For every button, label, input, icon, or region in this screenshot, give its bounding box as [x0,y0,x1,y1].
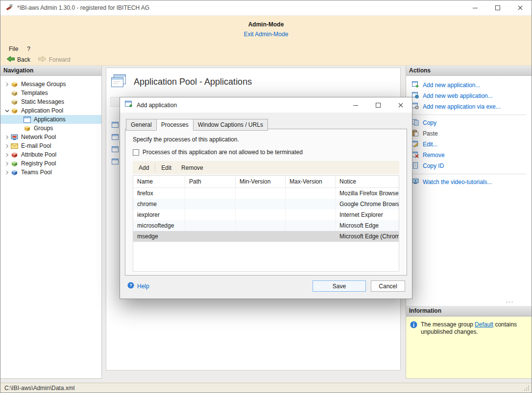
action-label: Add new application via exe... [423,103,501,110]
table-row-msedge-selected[interactable]: msedge Microsoft Edge (Chrom... [133,231,399,242]
column-header-name[interactable]: Name [133,176,185,187]
nav-item-templates[interactable]: Templates [0,89,101,97]
cell-notice: Google Chrome Browser [336,199,399,209]
checkbox-unchecked[interactable] [133,149,139,156]
nav-item-registry-pool[interactable]: Registry Pool [0,159,101,168]
table-row-firefox[interactable]: firefox Mozilla Firefox Browser [133,188,399,199]
cell-notice: Microsoft Edge [336,220,399,231]
application-row-icon [112,159,119,166]
copy-icon [412,119,419,127]
terminate-not-allowed-checkbox-row[interactable]: Processes of this application are not al… [133,149,407,156]
action-add-new-application-via-exe[interactable]: Add new application via exe... [406,101,532,112]
navigation-panel: Navigation Message Groups Templates Stat… [0,66,102,379]
cell-notice: Internet Explorer [336,209,399,220]
info-icon [410,321,417,330]
processes-description: Specify the processes of this applicatio… [125,129,407,143]
column-header-max-version[interactable]: Max-Version [286,176,336,187]
cell-min-version [236,199,286,209]
exit-admin-mode-link[interactable]: Exit Admin-Mode [244,31,289,38]
svg-text:?: ? [129,283,132,288]
table-row-microsoftedge[interactable]: microsoftedge Microsoft Edge [133,220,399,231]
nav-item-groups[interactable]: Groups [0,124,101,133]
chevron-down-icon[interactable] [3,109,11,113]
nav-item-email-pool[interactable]: E-mail Pool [0,141,101,150]
window-controls [464,0,532,15]
chevron-right-icon[interactable] [3,144,11,148]
cancel-button[interactable]: Cancel [371,280,405,292]
back-button[interactable]: Back [6,56,30,64]
actions-separator [411,115,527,115]
default-message-group-link[interactable]: Default [475,321,493,328]
tab-processes[interactable]: Processes [156,119,193,131]
nav-item-network-pool[interactable]: Network Pool [0,133,101,141]
forward-button[interactable]: Forward [38,56,71,64]
chevron-right-icon[interactable] [3,170,11,175]
title-bar: *IBI-aws Admin 1.30.0 - registered for I… [0,0,532,16]
action-copy-id[interactable]: Copy ID [406,161,532,171]
registry-pool-icon [11,160,20,167]
tab-general[interactable]: General [126,119,157,131]
chevron-placeholder [16,126,24,131]
table-row-iexplorer[interactable]: iexplorer Internet Explorer [133,209,399,220]
table-row-chrome[interactable]: chrome Google Chrome Browser [133,199,399,209]
network-pool-icon [11,134,20,140]
nav-item-teams-pool[interactable]: Teams Pool [0,168,101,177]
panel-splitter-handle[interactable]: ... [506,297,514,304]
column-header-path[interactable]: Path [185,176,236,187]
cell-path [185,220,236,231]
forward-arrow-icon [38,56,47,64]
nav-item-label: Static Messages [21,98,64,105]
chevron-right-icon[interactable] [3,82,11,87]
nav-item-static-messages[interactable]: Static Messages [0,97,101,106]
tab-window-captions-urls[interactable]: Window Captions / URLs [193,119,268,131]
nav-item-label: Templates [21,90,48,96]
chevron-placeholder [16,117,24,122]
resize-grip-icon[interactable] [523,385,530,391]
process-table-header-row: Name Path Min-Version Max-Version Notice [133,176,399,188]
cell-max-version [286,209,336,220]
action-edit[interactable]: Edit... [406,139,532,150]
video-tutorials-icon [412,178,419,186]
action-remove[interactable]: Remove [406,150,532,161]
chevron-right-icon[interactable] [3,135,11,139]
edit-process-button[interactable]: Edit [156,161,176,174]
help-link[interactable]: ? Help [127,282,149,290]
column-header-notice[interactable]: Notice [336,176,399,187]
remove-process-button[interactable]: Remove [176,161,208,174]
information-section: Information The message group Default co… [406,306,532,378]
chevron-right-icon[interactable] [3,162,11,166]
column-header-min-version[interactable]: Min-Version [236,176,286,187]
back-label: Back [17,56,30,63]
dialog-minimize-button[interactable] [344,97,367,113]
cell-name: chrome [133,199,185,209]
nav-item-attribute-pool[interactable]: Attribute Pool [0,150,101,159]
action-paste[interactable]: Paste [406,128,532,139]
admin-mode-title: Admin-Mode [0,21,532,28]
action-label: Edit... [423,141,438,148]
menu-file[interactable]: File [4,44,23,54]
close-button[interactable] [509,0,532,15]
action-label: Watch the video-tutorials... [423,179,492,185]
application-row-icon [112,146,119,154]
action-copy[interactable]: Copy [406,117,532,128]
save-button[interactable]: Save [313,280,366,292]
nav-item-message-groups[interactable]: Message Groups [0,80,101,89]
action-add-new-application[interactable]: Add new application... [406,80,532,91]
chevron-right-icon[interactable] [3,153,11,157]
maximize-button[interactable] [486,0,509,15]
applications-window-icon [111,74,126,89]
dialog-close-button[interactable] [389,97,412,113]
cell-notice: Microsoft Edge (Chrom... [336,231,399,242]
navigation-tree: Message Groups Templates Static Messages… [0,76,101,177]
nav-item-label: Teams Pool [21,169,52,176]
cell-min-version [236,220,286,231]
nav-item-applications[interactable]: Applications [0,115,101,124]
action-watch-video-tutorials[interactable]: Watch the video-tutorials... [406,177,532,187]
minimize-button[interactable] [464,0,486,15]
nav-item-application-pool[interactable]: Application Pool [0,106,101,115]
action-add-new-web-application[interactable]: Add new web application... [406,91,532,101]
dialog-maximize-button[interactable] [367,97,389,113]
menu-help[interactable]: ? [23,44,35,54]
add-process-button[interactable]: Add [134,161,154,174]
data-file-path: C:\IBI-aws\Admin\Data.xml [4,385,74,392]
